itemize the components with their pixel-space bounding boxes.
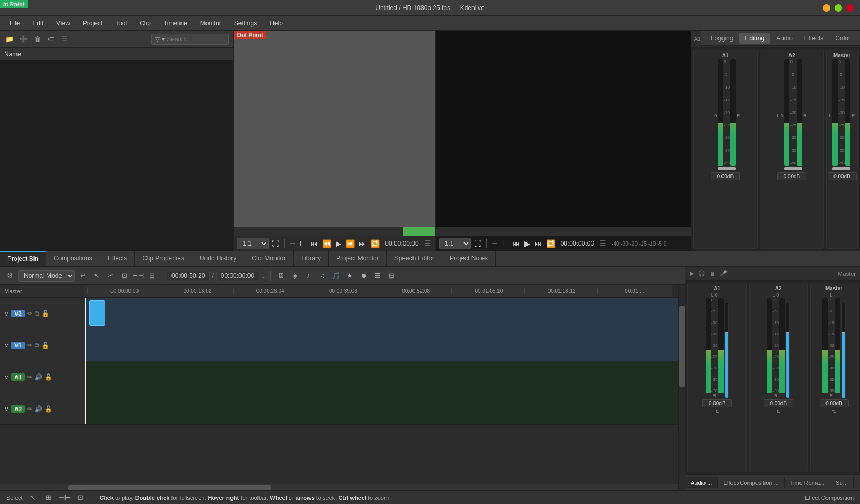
proj-goto-end-icon[interactable]: ⏭ [534, 238, 543, 249]
select-arrow-icon[interactable]: ↖ [27, 492, 39, 503]
tab-clip-properties[interactable]: Clip Properties [135, 251, 192, 266]
tl-clip-icon[interactable]: ◈ [289, 270, 300, 282]
timeline-razor-tool[interactable]: ✂ [105, 270, 116, 282]
a2-mute-icon[interactable]: 🔊 [35, 405, 42, 413]
menu-clip[interactable]: Clip [134, 18, 156, 29]
clip-loop-icon[interactable]: 🔁 [369, 238, 381, 249]
right-a1-fader[interactable] [725, 303, 729, 398]
track-vscroll[interactable] [678, 285, 685, 490]
clip-set-zone-icon[interactable]: ⊣ [288, 238, 297, 249]
menu-project[interactable]: Project [78, 18, 108, 29]
timeline-hscroll[interactable] [0, 484, 678, 490]
add-folder-icon[interactable]: 📁 [4, 34, 15, 45]
ap-icon-4[interactable]: 🎤 [720, 270, 727, 277]
ws-audio[interactable]: Audio [771, 33, 798, 44]
tab-compositions[interactable]: Compositions [46, 251, 100, 266]
tl-audio2-icon[interactable]: ♫ [316, 270, 328, 282]
project-monitor-timebar[interactable] [436, 227, 691, 236]
clip-monitor-timebar[interactable] [234, 227, 435, 236]
proj-play-icon[interactable]: ▶ [523, 238, 531, 249]
menu-help[interactable]: Help [264, 18, 288, 29]
v2-collapse-icon[interactable]: ∨ [4, 310, 9, 317]
a1-mute-icon[interactable]: 🔊 [35, 373, 42, 381]
clip-fullscreen-icon[interactable]: ⛶ [271, 238, 280, 249]
remove-clip-icon[interactable]: 🗑 [32, 34, 42, 45]
add-clip-icon[interactable]: ➕ [18, 34, 29, 45]
ws-editing[interactable]: Editing [739, 33, 770, 44]
proj-menu-icon[interactable]: ☰ [598, 238, 607, 249]
proj-set-zone-icon[interactable]: ⊣ [491, 238, 499, 249]
timeline-select-tool[interactable]: ↖ [91, 270, 102, 282]
menu-timeline[interactable]: Timeline [158, 18, 193, 29]
a2-fader-handle[interactable] [784, 167, 802, 170]
proj-goto-start-icon[interactable]: ⏮ [512, 238, 521, 249]
tl-star-icon[interactable]: ★ [344, 270, 356, 282]
ap-icon-3[interactable]: 🎚 [710, 271, 716, 277]
tab-library[interactable]: Library [294, 251, 329, 266]
timeline-fit-icon[interactable]: ⊡ [118, 270, 130, 282]
menu-view[interactable]: View [51, 18, 75, 29]
tl-audio1-icon[interactable]: ♪ [303, 270, 314, 282]
a2-lock-icon[interactable]: 🔓 [45, 405, 53, 413]
tag-icon[interactable]: 🏷 [46, 34, 56, 45]
timeline-zone-icon[interactable]: ⊢⊣ [132, 270, 144, 282]
ap-icon-1[interactable]: ▶ [690, 270, 694, 277]
ap-icon-2[interactable]: 🎧 [698, 270, 706, 277]
hscroll-thumb[interactable] [68, 485, 271, 490]
timeline-total-timecode[interactable]: 00:00:00:00 [216, 271, 259, 281]
clip-monitor-zoom[interactable]: 1:1 [237, 238, 269, 249]
tab-project-monitor[interactable]: Project Monitor [329, 251, 387, 266]
project-monitor-video[interactable]: In Point [436, 31, 691, 227]
select-ripple-icon[interactable]: ⊣⊢ [59, 492, 71, 503]
track-content-a1[interactable] [85, 361, 678, 393]
a1-collapse-icon[interactable]: ∨ [4, 373, 9, 381]
tl-audio3-icon[interactable]: 🎵 [330, 270, 342, 282]
menu-monitor[interactable]: Monitor [195, 18, 227, 29]
timeline-mode-select[interactable]: Normal Mode [18, 270, 75, 282]
ap-tab-su[interactable]: Su... [830, 477, 854, 488]
tab-undo-history[interactable]: Undo History [192, 251, 244, 266]
v2-lock-icon[interactable]: 🔓 [41, 310, 49, 317]
ws-color[interactable]: Color [830, 33, 856, 44]
right-a2-spin[interactable]: ⇅ [776, 409, 780, 414]
a1-lock-icon[interactable]: 🔓 [45, 373, 53, 381]
tl-monitor-icon[interactable]: 🖥 [275, 270, 287, 282]
clip-monitor-video[interactable]: Out Point [234, 31, 435, 227]
menu-file[interactable]: File [4, 18, 25, 29]
search-input[interactable] [167, 36, 225, 43]
track-content-a2[interactable] [85, 393, 678, 424]
project-bin-content[interactable] [0, 60, 233, 251]
v2-clip-1[interactable] [89, 300, 105, 326]
tl-grid-icon[interactable]: ⊟ [385, 270, 397, 282]
maximize-button[interactable] [835, 4, 842, 12]
track-vscroll-thumb[interactable] [679, 306, 685, 388]
clip-set-zone-out-icon[interactable]: ⊢ [299, 238, 307, 249]
tab-effects[interactable]: Effects [100, 251, 135, 266]
ap-tab-audio[interactable]: Audio ... [685, 477, 718, 488]
menu-edit[interactable]: Edit [27, 18, 49, 29]
menu-settings[interactable]: Settings [229, 18, 262, 29]
clip-play-icon[interactable]: ▶ [334, 238, 342, 249]
right-master-fader[interactable] [841, 303, 846, 398]
proj-fullscreen-icon[interactable]: ⛶ [473, 238, 483, 249]
tl-menu-icon[interactable]: ☰ [372, 270, 383, 282]
tl-record-icon[interactable]: ⏺ [358, 270, 369, 282]
project-monitor-zoom[interactable]: 1:1 [439, 238, 471, 249]
tab-clip-monitor[interactable]: Clip Monitor [244, 251, 294, 266]
ap-tab-effect-composition[interactable]: Effect/Composition ... [718, 477, 784, 488]
tab-project-bin[interactable]: Project Bin [0, 251, 46, 266]
select-option-icon[interactable]: ⊡ [75, 492, 87, 503]
close-button[interactable] [846, 4, 854, 12]
a2-edit-icon[interactable]: ✏ [27, 405, 32, 413]
ap-tab-time-remap[interactable]: Time Rema... [785, 477, 831, 488]
v1-lock-icon[interactable]: 🔓 [41, 342, 49, 349]
right-a1-spin[interactable]: ⇅ [715, 409, 719, 414]
a1-fader-handle[interactable] [718, 167, 736, 170]
search-dropdown-icon[interactable]: ▾ [162, 36, 165, 42]
clip-menu-icon[interactable]: ☰ [423, 238, 432, 249]
tab-speech-editor[interactable]: Speech Editor [387, 251, 442, 266]
v1-collapse-icon[interactable]: ∨ [4, 342, 9, 349]
clip-goto-start-icon[interactable]: ⏮ [309, 238, 319, 249]
ws-logging[interactable]: Logging [706, 33, 739, 44]
tracks-container[interactable]: ∨ V2 ✏ ⧉ 🔓 [0, 298, 678, 484]
